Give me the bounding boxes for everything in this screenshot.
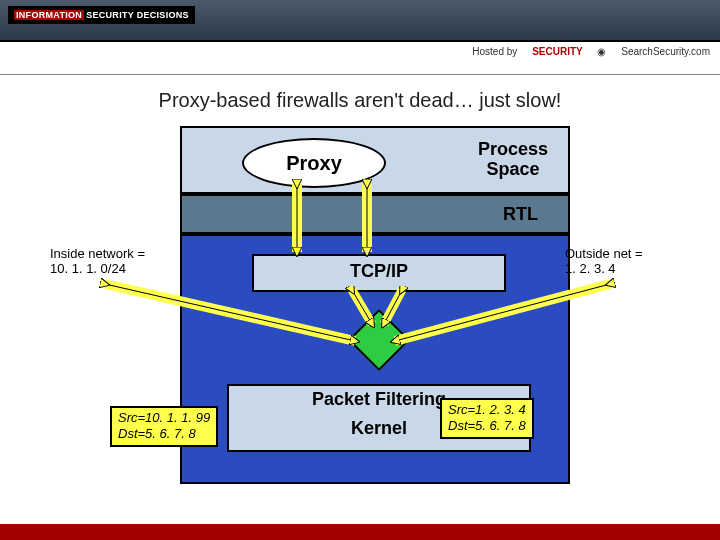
footer-bar	[0, 524, 720, 540]
outside-net-value: 1. 2. 3. 4	[565, 261, 616, 276]
diagram-stage: Proxy Process Space RTL TCP/IP Packet Fi…	[50, 126, 670, 506]
arrows-tcp-diamond	[182, 286, 572, 346]
svg-line-5	[352, 290, 372, 324]
inside-label-text: Inside network =	[50, 246, 145, 261]
arrows-proxy-tcp	[182, 166, 572, 266]
top-banner: INFORMATIONSECURITY DECISIONS	[0, 0, 720, 42]
tag-right-src: Src=1. 2. 3. 4	[448, 402, 526, 418]
packet-tag-left: Src=10. 1. 1. 99 Dst=5. 6. 7. 8	[110, 406, 218, 447]
sponsor-searchsecurity: ◉ SearchSecurity.com	[597, 46, 710, 57]
inside-net-value: 10. 1. 1. 0/24	[50, 261, 126, 276]
kernel-box: TCP/IP Packet Filtering Kernel	[180, 234, 570, 484]
tag-right-dst: Dst=5. 6. 7. 8	[448, 418, 526, 434]
outside-label-text: Outside net =	[565, 246, 643, 261]
slide-title: Proxy-based firewalls aren't dead… just …	[0, 89, 720, 112]
svg-line-7	[384, 290, 402, 324]
brand-logo: INFORMATIONSECURITY DECISIONS	[8, 6, 195, 24]
host-bar: Hosted by SECURITY ◉ SearchSecurity.com	[0, 42, 720, 75]
hosted-by-label: Hosted by	[472, 46, 517, 57]
sponsor-searchsecurity-text: SearchSecurity.com	[621, 46, 710, 57]
logo-prefix: INFORMATION	[14, 10, 84, 20]
tag-left-dst: Dst=5. 6. 7. 8	[118, 426, 210, 442]
outside-network-label: Outside net = 1. 2. 3. 4	[565, 246, 680, 276]
sponsor-security: SECURITY	[532, 46, 583, 57]
logo-main: SECURITY DECISIONS	[86, 10, 189, 20]
packet-tag-right: Src=1. 2. 3. 4 Dst=5. 6. 7. 8	[440, 398, 534, 439]
inside-network-label: Inside network = 10. 1. 1. 0/24	[50, 246, 165, 276]
tag-left-src: Src=10. 1. 1. 99	[118, 410, 210, 426]
